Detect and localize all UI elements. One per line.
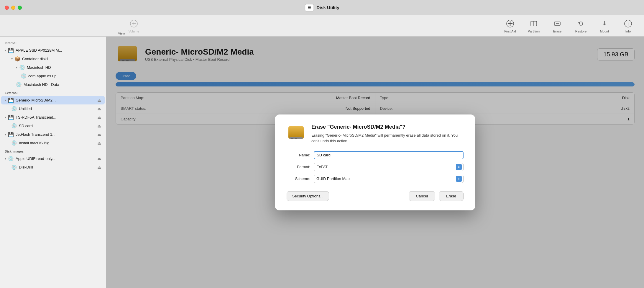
- sidebar-label-apple-ssd: APPLE SSD AP0128M M...: [16, 48, 62, 53]
- eject-icon[interactable]: ⏏: [97, 115, 101, 120]
- volume-icon: 💿: [11, 164, 17, 170]
- sidebar-item-com-apple[interactable]: 💿 com.apple.os.up...: [0, 72, 106, 80]
- sidebar-label-com-apple: com.apple.os.up...: [28, 74, 60, 78]
- sidebar-label-ts-rdf5a: TS-RDF5A Transcend...: [16, 115, 56, 120]
- name-input[interactable]: [314, 151, 464, 159]
- volume-icon: [129, 19, 139, 28]
- container-icon: 📦: [14, 56, 20, 62]
- format-label: Format:: [287, 165, 310, 169]
- scheme-select-wrapper: GUID Partition Map Master Boot Record Ap…: [314, 175, 464, 183]
- sidebar-disk-images-header: Disk Images: [0, 147, 106, 154]
- info-label: Info: [625, 30, 631, 33]
- sidebar-label-jetflash: JetFlash Transcend 1...: [16, 132, 55, 137]
- sidebar-label-install-macos: Install macOS Big...: [19, 141, 52, 145]
- disk-icon: 💿: [8, 156, 14, 161]
- sidebar-label-sd-card: SD card: [19, 124, 33, 128]
- sidebar-label-untitled: Untitled: [19, 107, 32, 111]
- sidebar-label-apple-udif: Apple UDIF read-only...: [16, 156, 55, 161]
- maximize-button[interactable]: [18, 6, 22, 10]
- sidebar-item-generic-microsd[interactable]: ▾ 💾 Generic- MicroSD/M2... ⏏: [1, 96, 105, 104]
- volume-icon: 💿: [16, 82, 22, 87]
- partition-icon: [529, 19, 538, 28]
- sidebar-item-sd-card[interactable]: 💿 SD card ⏏: [0, 122, 106, 130]
- cancel-button[interactable]: Cancel: [409, 191, 435, 201]
- chevron-down-icon: ▾: [11, 57, 13, 60]
- toolbar-volume[interactable]: Volume: [125, 19, 143, 33]
- chevron-down-icon: ▾: [5, 49, 6, 52]
- chevron-down-icon: ▾: [5, 99, 6, 102]
- view-toggle[interactable]: ☰: [305, 4, 314, 12]
- first-aid-label: First Aid: [504, 30, 516, 33]
- info-icon: [623, 19, 633, 28]
- sidebar-internal-header: Internal: [0, 39, 106, 46]
- svg-rect-19: [291, 138, 293, 139]
- format-select[interactable]: ExFAT MS-DOS (FAT) Mac OS Extended (Jour…: [314, 163, 464, 171]
- erase-label: Erase: [553, 30, 562, 33]
- sidebar-item-macintosh-hd[interactable]: ▾ 💿 Macintosh HD: [0, 63, 106, 72]
- modal-title: Erase "Generic- MicroSD/M2 Media"?: [311, 124, 464, 130]
- sidebar-item-apple-ssd[interactable]: ▾ 💾 APPLE SSD AP0128M M...: [0, 46, 106, 55]
- sidebar-external-header: External: [0, 89, 106, 96]
- sidebar: Internal ▾ 💾 APPLE SSD AP0128M M... ▾ 📦 …: [0, 37, 106, 288]
- erase-modal: Erase "Generic- MicroSD/M2 Media"? Erasi…: [275, 114, 475, 210]
- mount-label: Mount: [600, 30, 609, 33]
- sidebar-item-macintosh-hd-data[interactable]: 💿 Macintosh HD - Data: [0, 80, 106, 89]
- modal-buttons: Security Options... Cancel Erase: [287, 191, 464, 201]
- partition-label: Partition: [528, 30, 540, 33]
- eject-icon[interactable]: ⏏: [97, 165, 101, 170]
- titlebar: ☰ Disk Utility: [0, 0, 644, 15]
- sidebar-label-diskdrill: DiskDrill: [19, 165, 33, 169]
- titlebar-center: ☰ Disk Utility: [305, 4, 339, 12]
- modal-disk-icon: [287, 124, 305, 143]
- toolbar-mount[interactable]: Mount: [596, 19, 613, 33]
- toolbar-erase[interactable]: Erase: [548, 19, 566, 33]
- volume-label: Volume: [129, 30, 139, 33]
- sidebar-item-apple-udif[interactable]: ▾ 💿 Apple UDIF read-only... ⏏: [0, 154, 106, 163]
- toolbar-first-aid[interactable]: First Aid: [501, 19, 519, 33]
- disk-icon: 💾: [8, 48, 14, 53]
- first-aid-icon: [505, 19, 515, 28]
- sidebar-item-untitled[interactable]: 💿 Untitled ⏏: [0, 104, 106, 113]
- modal-overlay: Erase "Generic- MicroSD/M2 Media"? Erasi…: [106, 37, 644, 288]
- minimize-button[interactable]: [11, 6, 15, 10]
- toolbar-partition[interactable]: Partition: [525, 19, 543, 33]
- volume-icon: 💿: [11, 140, 17, 146]
- svg-point-11: [628, 22, 628, 22]
- svg-rect-20: [295, 138, 297, 139]
- toolbar: View Volume First Aid: [0, 15, 644, 37]
- disk-icon: 💾: [8, 114, 14, 120]
- view-list-button[interactable]: ☰: [305, 4, 313, 11]
- sidebar-item-diskdrill[interactable]: 💿 DiskDrill ⏏: [0, 163, 106, 171]
- app-title: Disk Utility: [316, 5, 339, 10]
- chevron-down-icon: ▾: [5, 116, 6, 119]
- sidebar-item-ts-rdf5a[interactable]: ▾ 💾 TS-RDF5A Transcend... ⏏: [0, 113, 106, 122]
- eject-icon[interactable]: ⏏: [97, 156, 101, 161]
- erase-button[interactable]: Erase: [439, 191, 464, 201]
- sidebar-label-macintosh-hd-data: Macintosh HD - Data: [24, 82, 59, 87]
- sidebar-item-container[interactable]: ▾ 📦 Container disk1: [0, 55, 106, 63]
- scheme-label: Scheme:: [287, 176, 310, 181]
- eject-icon[interactable]: ⏏: [97, 124, 101, 128]
- security-options-button[interactable]: Security Options...: [287, 191, 329, 201]
- disk-icon: 💾: [8, 132, 14, 137]
- sidebar-item-install-macos[interactable]: 💿 Install macOS Big... ⏏: [0, 139, 106, 147]
- sidebar-item-jetflash[interactable]: ▾ 💾 JetFlash Transcend 1... ⏏: [0, 130, 106, 139]
- toolbar-info[interactable]: Info: [619, 19, 637, 33]
- chevron-down-icon: ▾: [16, 66, 17, 69]
- modal-description: Erasing "Generic- MicroSD/M2 Media" will…: [311, 132, 464, 144]
- form-row-name: Name:: [287, 151, 464, 159]
- traffic-lights: [5, 6, 22, 10]
- volume-icon: 💿: [11, 123, 17, 129]
- close-button[interactable]: [5, 6, 9, 10]
- toolbar-restore[interactable]: Restore: [572, 19, 590, 33]
- restore-label: Restore: [575, 30, 587, 33]
- sidebar-label-generic-microsd: Generic- MicroSD/M2...: [16, 98, 56, 102]
- eject-icon[interactable]: ⏏: [97, 132, 101, 137]
- eject-icon[interactable]: ⏏: [97, 98, 101, 103]
- volume-icon: 💿: [11, 106, 17, 112]
- form-row-format: Format: ExFAT MS-DOS (FAT) Mac OS Extend…: [287, 163, 464, 171]
- eject-icon[interactable]: ⏏: [97, 107, 101, 111]
- disk-icon: 💾: [8, 97, 14, 103]
- scheme-select[interactable]: GUID Partition Map Master Boot Record Ap…: [314, 175, 464, 183]
- eject-icon[interactable]: ⏏: [97, 141, 101, 145]
